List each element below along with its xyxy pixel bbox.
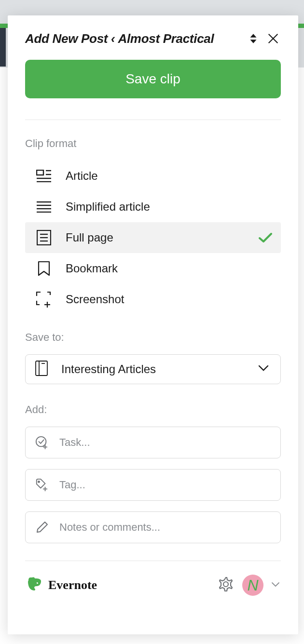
elephant-icon [26, 576, 43, 595]
format-option-label: Bookmark [66, 262, 272, 275]
pencil-icon [35, 521, 49, 534]
format-option-screenshot[interactable]: Screenshot [25, 284, 281, 315]
tag-icon [35, 478, 49, 492]
add-notes-field[interactable] [25, 511, 281, 543]
bookmark-icon [36, 261, 52, 276]
task-input[interactable] [59, 436, 271, 449]
format-option-bookmark[interactable]: Bookmark [25, 253, 281, 284]
account-menu-chevron[interactable] [271, 581, 280, 590]
user-avatar[interactable]: N [242, 575, 263, 596]
browser-topbar [0, 0, 304, 15]
check-icon [259, 232, 272, 243]
format-option-label: Article [66, 169, 272, 183]
divider [25, 120, 281, 120]
tag-input[interactable] [59, 479, 271, 491]
full-page-icon [36, 230, 52, 245]
svg-point-26 [223, 582, 228, 587]
expand-collapse-icon[interactable] [247, 32, 260, 45]
format-option-label: Simplified article [66, 200, 272, 214]
notes-input[interactable] [59, 521, 271, 534]
clipper-panel: Add New Post ‹ Almost Practical Save cli… [8, 15, 298, 634]
page-title: Add New Post ‹ Almost Practical [25, 31, 241, 46]
chevron-down-icon [258, 365, 269, 374]
notebook-selector[interactable]: Interesting Articles [25, 354, 281, 384]
format-option-article[interactable]: Article [25, 161, 281, 191]
format-option-simplified-article[interactable]: Simplified article [25, 191, 281, 222]
save-to-label: Save to: [25, 331, 281, 344]
add-list [25, 427, 281, 543]
avatar-initial: N [247, 577, 258, 594]
clip-format-label: Clip format [25, 137, 281, 150]
clip-format-list: Article Simplified article Full page [25, 161, 281, 315]
close-icon[interactable] [265, 31, 281, 46]
panel-footer: Evernote N [25, 573, 281, 597]
svg-rect-2 [37, 170, 43, 175]
format-option-label: Screenshot [66, 293, 272, 306]
svg-point-20 [36, 437, 46, 447]
settings-button[interactable] [217, 576, 235, 595]
page-sidebar-fragment [0, 28, 6, 67]
add-label: Add: [25, 403, 281, 416]
add-tag-field[interactable] [25, 469, 281, 501]
notebook-icon [35, 361, 48, 378]
format-option-label: Full page [66, 231, 245, 244]
panel-header: Add New Post ‹ Almost Practical [25, 31, 281, 46]
add-task-field[interactable] [25, 427, 281, 458]
screenshot-icon [36, 292, 52, 307]
format-option-full-page[interactable]: Full page [25, 222, 281, 253]
simplified-article-icon [36, 199, 52, 215]
svg-point-23 [38, 481, 40, 483]
notebook-name: Interesting Articles [61, 362, 245, 376]
brand-name: Evernote [48, 578, 97, 592]
save-clip-button[interactable]: Save clip [25, 60, 281, 98]
footer-divider [25, 561, 281, 561]
evernote-logo[interactable]: Evernote [26, 576, 97, 595]
task-icon [35, 435, 49, 450]
article-icon [36, 168, 52, 184]
